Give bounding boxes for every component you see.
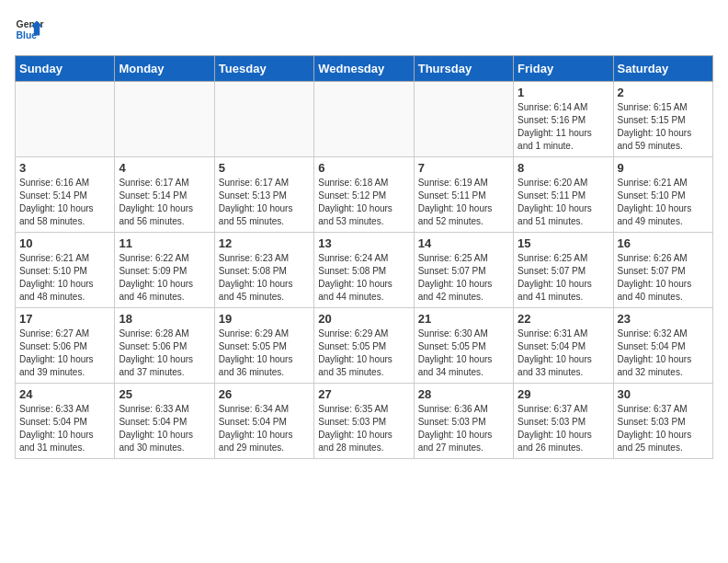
calendar-cell: 13Sunrise: 6:24 AM Sunset: 5:08 PM Dayli… xyxy=(314,233,414,308)
calendar-cell: 7Sunrise: 6:19 AM Sunset: 5:11 PM Daylig… xyxy=(414,157,513,233)
calendar-cell: 26Sunrise: 6:34 AM Sunset: 5:04 PM Dayli… xyxy=(214,384,313,459)
calendar-cell: 24Sunrise: 6:33 AM Sunset: 5:04 PM Dayli… xyxy=(16,384,115,459)
day-info: Sunrise: 6:18 AM Sunset: 5:12 PM Dayligh… xyxy=(318,177,409,228)
day-number: 4 xyxy=(119,161,210,175)
day-info: Sunrise: 6:24 AM Sunset: 5:08 PM Dayligh… xyxy=(318,252,409,304)
weekday-header: Tuesday xyxy=(214,56,313,82)
day-number: 10 xyxy=(19,236,110,250)
day-info: Sunrise: 6:16 AM Sunset: 5:14 PM Dayligh… xyxy=(19,177,110,228)
weekday-header: Sunday xyxy=(16,56,115,82)
day-info: Sunrise: 6:37 AM Sunset: 5:03 PM Dayligh… xyxy=(618,403,709,454)
calendar-cell: 23Sunrise: 6:32 AM Sunset: 5:04 PM Dayli… xyxy=(613,308,712,384)
day-number: 22 xyxy=(518,312,609,326)
calendar-cell: 4Sunrise: 6:17 AM Sunset: 5:14 PM Daylig… xyxy=(115,157,214,233)
calendar-cell: 17Sunrise: 6:27 AM Sunset: 5:06 PM Dayli… xyxy=(16,308,115,384)
day-info: Sunrise: 6:33 AM Sunset: 5:04 PM Dayligh… xyxy=(19,403,110,454)
day-number: 20 xyxy=(318,312,409,326)
day-info: Sunrise: 6:37 AM Sunset: 5:03 PM Dayligh… xyxy=(518,403,609,454)
day-number: 13 xyxy=(318,236,409,250)
calendar-cell: 3Sunrise: 6:16 AM Sunset: 5:14 PM Daylig… xyxy=(16,157,115,233)
calendar-cell xyxy=(314,82,414,157)
day-info: Sunrise: 6:15 AM Sunset: 5:15 PM Dayligh… xyxy=(618,101,709,153)
day-number: 2 xyxy=(618,86,709,99)
day-number: 7 xyxy=(418,161,509,175)
day-number: 19 xyxy=(219,312,310,326)
weekday-header: Monday xyxy=(115,56,214,82)
day-number: 9 xyxy=(618,161,709,175)
calendar-cell: 29Sunrise: 6:37 AM Sunset: 5:03 PM Dayli… xyxy=(514,384,613,459)
calendar-cell: 20Sunrise: 6:29 AM Sunset: 5:05 PM Dayli… xyxy=(314,308,414,384)
day-info: Sunrise: 6:29 AM Sunset: 5:05 PM Dayligh… xyxy=(318,327,409,379)
day-info: Sunrise: 6:27 AM Sunset: 5:06 PM Dayligh… xyxy=(19,327,110,379)
day-info: Sunrise: 6:35 AM Sunset: 5:03 PM Dayligh… xyxy=(318,403,409,454)
calendar-cell: 1Sunrise: 6:14 AM Sunset: 5:16 PM Daylig… xyxy=(514,82,613,157)
calendar-cell: 14Sunrise: 6:25 AM Sunset: 5:07 PM Dayli… xyxy=(414,233,513,308)
day-info: Sunrise: 6:34 AM Sunset: 5:04 PM Dayligh… xyxy=(219,403,310,454)
day-number: 18 xyxy=(119,312,210,326)
day-number: 3 xyxy=(19,161,110,175)
calendar-cell: 18Sunrise: 6:28 AM Sunset: 5:06 PM Dayli… xyxy=(115,308,214,384)
day-info: Sunrise: 6:26 AM Sunset: 5:07 PM Dayligh… xyxy=(618,252,709,304)
day-info: Sunrise: 6:22 AM Sunset: 5:09 PM Dayligh… xyxy=(119,252,210,304)
calendar-cell: 5Sunrise: 6:17 AM Sunset: 5:13 PM Daylig… xyxy=(214,157,313,233)
calendar-cell xyxy=(214,82,313,157)
calendar-cell: 2Sunrise: 6:15 AM Sunset: 5:15 PM Daylig… xyxy=(613,82,712,157)
day-info: Sunrise: 6:25 AM Sunset: 5:07 PM Dayligh… xyxy=(518,252,609,304)
day-number: 26 xyxy=(219,387,310,401)
calendar-cell: 16Sunrise: 6:26 AM Sunset: 5:07 PM Dayli… xyxy=(613,233,712,308)
day-info: Sunrise: 6:29 AM Sunset: 5:05 PM Dayligh… xyxy=(219,327,310,379)
calendar-cell: 25Sunrise: 6:33 AM Sunset: 5:04 PM Dayli… xyxy=(115,384,214,459)
day-info: Sunrise: 6:36 AM Sunset: 5:03 PM Dayligh… xyxy=(418,403,509,454)
calendar-cell: 22Sunrise: 6:31 AM Sunset: 5:04 PM Dayli… xyxy=(514,308,613,384)
day-number: 25 xyxy=(119,387,210,401)
day-info: Sunrise: 6:30 AM Sunset: 5:05 PM Dayligh… xyxy=(418,327,509,379)
weekday-header: Thursday xyxy=(414,56,513,82)
day-number: 12 xyxy=(219,236,310,250)
day-info: Sunrise: 6:19 AM Sunset: 5:11 PM Dayligh… xyxy=(418,177,509,228)
calendar-cell: 11Sunrise: 6:22 AM Sunset: 5:09 PM Dayli… xyxy=(115,233,214,308)
calendar-cell: 9Sunrise: 6:21 AM Sunset: 5:10 PM Daylig… xyxy=(613,157,712,233)
day-number: 5 xyxy=(219,161,310,175)
day-info: Sunrise: 6:21 AM Sunset: 5:10 PM Dayligh… xyxy=(19,252,110,304)
day-number: 17 xyxy=(19,312,110,326)
calendar-cell: 6Sunrise: 6:18 AM Sunset: 5:12 PM Daylig… xyxy=(314,157,414,233)
day-number: 14 xyxy=(418,236,509,250)
calendar-cell: 27Sunrise: 6:35 AM Sunset: 5:03 PM Dayli… xyxy=(314,384,414,459)
day-number: 15 xyxy=(518,236,609,250)
calendar-cell xyxy=(414,82,513,157)
day-number: 24 xyxy=(19,387,110,401)
day-number: 30 xyxy=(618,387,709,401)
logo: General Blue xyxy=(15,15,44,44)
calendar-cell: 21Sunrise: 6:30 AM Sunset: 5:05 PM Dayli… xyxy=(414,308,513,384)
day-info: Sunrise: 6:21 AM Sunset: 5:10 PM Dayligh… xyxy=(618,177,709,228)
weekday-header: Friday xyxy=(514,56,613,82)
logo-icon: General Blue xyxy=(15,15,44,44)
calendar-table: SundayMondayTuesdayWednesdayThursdayFrid… xyxy=(15,55,713,459)
calendar-cell xyxy=(115,82,214,157)
day-info: Sunrise: 6:17 AM Sunset: 5:14 PM Dayligh… xyxy=(119,177,210,228)
day-number: 23 xyxy=(618,312,709,326)
calendar-cell: 30Sunrise: 6:37 AM Sunset: 5:03 PM Dayli… xyxy=(613,384,712,459)
calendar-cell xyxy=(16,82,115,157)
calendar-cell: 28Sunrise: 6:36 AM Sunset: 5:03 PM Dayli… xyxy=(414,384,513,459)
day-number: 21 xyxy=(418,312,509,326)
day-number: 11 xyxy=(119,236,210,250)
day-number: 6 xyxy=(318,161,409,175)
day-info: Sunrise: 6:32 AM Sunset: 5:04 PM Dayligh… xyxy=(618,327,709,379)
day-number: 28 xyxy=(418,387,509,401)
calendar-cell: 10Sunrise: 6:21 AM Sunset: 5:10 PM Dayli… xyxy=(16,233,115,308)
calendar-cell: 15Sunrise: 6:25 AM Sunset: 5:07 PM Dayli… xyxy=(514,233,613,308)
day-number: 29 xyxy=(518,387,609,401)
day-info: Sunrise: 6:14 AM Sunset: 5:16 PM Dayligh… xyxy=(518,101,609,153)
weekday-header: Saturday xyxy=(613,56,712,82)
calendar-cell: 8Sunrise: 6:20 AM Sunset: 5:11 PM Daylig… xyxy=(514,157,613,233)
page-header: General Blue xyxy=(15,15,713,44)
weekday-header: Wednesday xyxy=(314,56,414,82)
day-info: Sunrise: 6:28 AM Sunset: 5:06 PM Dayligh… xyxy=(119,327,210,379)
calendar-cell: 19Sunrise: 6:29 AM Sunset: 5:05 PM Dayli… xyxy=(214,308,313,384)
day-number: 8 xyxy=(518,161,609,175)
day-number: 1 xyxy=(518,86,609,99)
day-info: Sunrise: 6:20 AM Sunset: 5:11 PM Dayligh… xyxy=(518,177,609,228)
day-info: Sunrise: 6:17 AM Sunset: 5:13 PM Dayligh… xyxy=(219,177,310,228)
day-info: Sunrise: 6:25 AM Sunset: 5:07 PM Dayligh… xyxy=(418,252,509,304)
